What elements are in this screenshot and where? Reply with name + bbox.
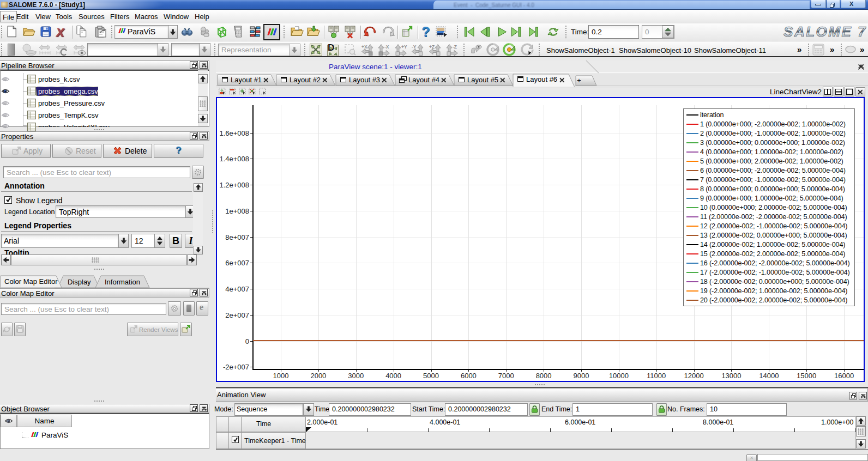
svg-text:+X: +X — [361, 44, 367, 50]
svg-text:+Y: +Y — [401, 44, 407, 50]
svg-text:-X: -X — [384, 44, 389, 50]
svg-text:SALOME 7: SALOME 7 — [783, 23, 867, 40]
svg-text:-Y: -Y — [412, 44, 417, 50]
svg-text:+Z: +Z — [429, 44, 435, 50]
svg-text:+: + — [577, 76, 581, 84]
svg-text:-Z: -Z — [453, 44, 457, 50]
